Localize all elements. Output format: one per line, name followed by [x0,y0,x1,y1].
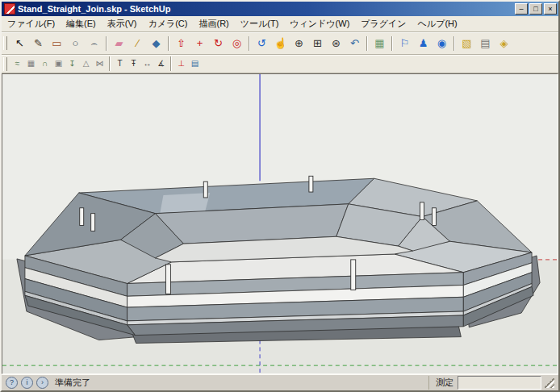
protractor-tool-icon: ∡ [157,60,165,68]
rectangle-tool-button[interactable]: ▭ [48,34,66,52]
sandbox-from-scratch-icon: ▦ [27,60,35,68]
protractor-tool-button[interactable]: ∡ [154,56,168,72]
menu-item-plugins[interactable]: プラグイン [355,16,412,31]
menu-item-window[interactable]: ウィンドウ(W) [284,16,355,31]
model-peg [165,265,170,294]
walk-tool-button[interactable]: ♟ [414,34,433,52]
toolbar-separator [366,36,368,51]
model-peg [420,202,424,220]
toolbar-separator [249,36,250,51]
menu-item-camera[interactable]: カメラ(C) [142,16,193,31]
arc-tool-button[interactable]: ⌢ [85,34,103,52]
sketchup-window: Stand_Straight_Join.skp - SketchUp – □ ×… [0,0,560,392]
pan-tool-icon: ☝ [274,38,286,48]
toolbar-separator [109,56,111,71]
sandbox-from-contours-button[interactable]: ≈ [10,56,24,72]
rotate-tool-button[interactable]: ↻ [209,34,228,52]
line-tool-button[interactable]: ✎ [29,34,48,52]
eraser-tool-button[interactable]: ▰ [110,34,128,52]
measurements-input[interactable] [458,376,541,390]
rectangle-tool-icon: ▭ [52,38,61,48]
info-circle-icon[interactable]: i [21,377,33,389]
sandbox-from-contours-icon: ≈ [15,60,20,68]
toolbar-grip[interactable] [3,57,7,71]
status-ready-text: 準備完了 [55,377,90,389]
push-pull-tool-button[interactable]: ⇧ [172,34,190,52]
position-camera-tool-button[interactable]: ⚐ [395,34,414,52]
close-button[interactable]: × [544,3,557,15]
zoom-tool-icon: ⊕ [295,38,303,48]
offset-tool-icon: ◎ [232,38,241,48]
3d-text-tool-button[interactable]: Ŧ [127,56,140,72]
toolbar-separator [168,36,169,51]
help-circle-icon[interactable]: ? [6,377,18,389]
minimize-button[interactable]: – [515,3,528,15]
toolbar-separator [170,56,172,71]
maximize-button[interactable]: □ [529,3,542,15]
tape-measure-tool-button[interactable]: ∕ [128,34,147,52]
section-plane-tool-icon: ▦ [374,38,384,48]
model-info-tool-button[interactable]: ◈ [495,34,513,52]
zoom-tool-button[interactable]: ⊕ [290,34,308,52]
save-tool-icon: ▤ [191,60,199,68]
toolbar-main: ↖ ✎ ▭ ○ ⌢ ▰ ∕ ◆ ⇧ + ↻ ◎ ↺ ☝ ⊕ ⊞ ⊛ ↶ ▦ ⚐ … [2,32,558,55]
zoom-window-tool-button[interactable]: ⊞ [308,34,327,52]
position-camera-tool-icon: ⚐ [400,38,410,48]
toolbar-separator [391,36,393,51]
orbit-tool-icon: ↺ [257,38,266,48]
sandbox-from-scratch-button[interactable]: ▦ [24,56,38,72]
paint-bucket-tool-button[interactable]: ◆ [147,34,165,52]
circle-tool-button[interactable]: ○ [66,34,85,52]
menu-item-help[interactable]: ヘルプ(H) [412,16,463,31]
smoove-tool-button[interactable]: ∩ [38,56,52,72]
title-bar[interactable]: Stand_Straight_Join.skp - SketchUp – □ × [2,2,558,16]
previous-view-tool-button[interactable]: ↶ [345,34,364,52]
pan-tool-button[interactable]: ☝ [271,34,290,52]
section-plane-tool-button[interactable]: ▦ [370,34,389,52]
flip-edge-tool-icon: ⋈ [96,60,104,68]
stamp-tool-button[interactable]: ▣ [52,56,65,72]
add-detail-tool-button[interactable]: △ [79,56,93,72]
select-tool-button[interactable]: ↖ [10,34,29,52]
window-title: Stand_Straight_Join.skp - SketchUp [18,4,515,14]
menu-item-view[interactable]: 表示(V) [102,16,143,31]
next-tip-icon[interactable]: › [36,377,48,389]
flip-edge-tool-button[interactable]: ⋈ [93,56,107,72]
toolbar-separator [106,36,107,51]
tape-measure-tool-icon: ∕ [136,38,138,48]
toolbar-grip[interactable] [3,36,7,50]
menu-item-file[interactable]: ファイル(F) [2,16,61,31]
3d-text-tool-icon: Ŧ [131,60,136,68]
text-tool-button[interactable]: T [113,56,127,72]
layers-tool-icon: ▤ [480,38,490,48]
push-pull-tool-icon: ⇧ [177,38,186,48]
model-canvas [2,74,558,373]
app-icon [4,3,15,15]
shadows-tool-button[interactable]: ▧ [458,34,476,52]
arc-tool-icon: ⌢ [90,38,98,48]
look-around-tool-button[interactable]: ◉ [433,34,451,52]
viewport-3d[interactable] [2,73,558,374]
orbit-tool-button[interactable]: ↺ [253,34,271,52]
offset-tool-button[interactable]: ◎ [228,34,246,52]
drape-tool-button[interactable]: ↧ [65,56,79,72]
menu-item-tools[interactable]: ツール(T) [235,16,285,31]
menu-item-draw[interactable]: 描画(R) [193,16,234,31]
model-peg [91,214,95,231]
dimension-tool-button[interactable]: ↔ [140,56,154,72]
walk-tool-icon: ♟ [419,38,428,48]
zoom-extents-tool-icon: ⊛ [332,38,341,48]
resize-grip[interactable] [545,377,554,388]
move-tool-button[interactable]: + [190,34,209,52]
measurements-pane: 測定 [428,376,541,390]
save-tool-button[interactable]: ▤ [188,56,202,72]
zoom-extents-tool-button[interactable]: ⊛ [327,34,345,52]
move-tool-icon: + [197,38,203,48]
paint-bucket-tool-icon: ◆ [153,38,161,48]
zoom-window-tool-icon: ⊞ [313,38,322,48]
line-tool-icon: ✎ [34,38,43,48]
layers-tool-button[interactable]: ▤ [476,34,495,52]
menu-item-edit[interactable]: 編集(E) [61,16,102,31]
axes-tool-button[interactable]: ⊥ [174,56,188,72]
menu-bar: ファイル(F) 編集(E) 表示(V) カメラ(C) 描画(R) ツール(T) … [2,16,558,32]
